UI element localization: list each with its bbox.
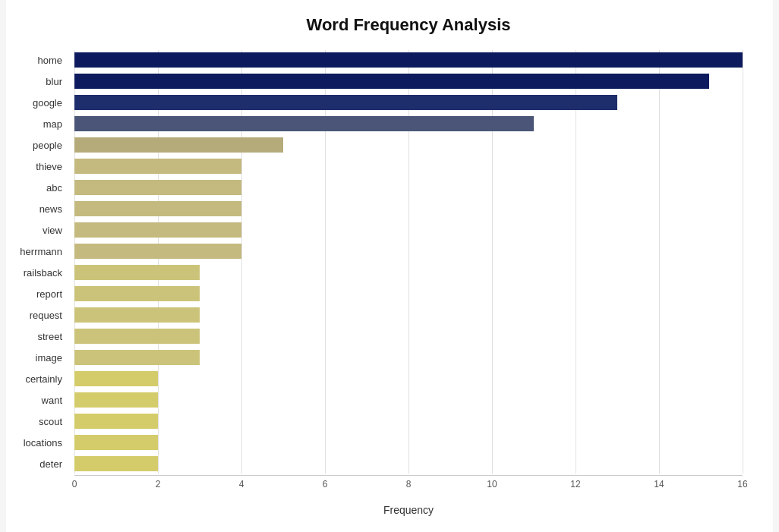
chart-title: Word Frequency Analysis bbox=[74, 15, 743, 35]
bar-row: request bbox=[74, 305, 743, 325]
x-tick: 16 bbox=[737, 479, 747, 490]
bar-row: people bbox=[74, 135, 743, 155]
bar-label: thieve bbox=[8, 161, 68, 172]
bar bbox=[74, 414, 158, 429]
bar-row: google bbox=[74, 93, 743, 112]
bar-label: certainly bbox=[8, 373, 68, 385]
x-tick: 6 bbox=[323, 479, 328, 490]
bar bbox=[74, 371, 158, 386]
bar-row: certainly bbox=[74, 369, 743, 389]
bar-row: report bbox=[74, 284, 743, 304]
bar bbox=[74, 74, 709, 89]
bar bbox=[74, 244, 241, 259]
bar-label: deter bbox=[8, 458, 68, 470]
bar bbox=[74, 137, 283, 153]
bar-label: want bbox=[8, 395, 68, 406]
bar-row: want bbox=[74, 390, 743, 410]
bar-row: thieve bbox=[74, 156, 743, 176]
bar-label: abc bbox=[8, 182, 68, 194]
bar bbox=[74, 307, 200, 323]
bar bbox=[74, 201, 241, 216]
bar-label: view bbox=[8, 225, 68, 236]
x-tick: 10 bbox=[487, 479, 497, 490]
bar-row: scout bbox=[74, 411, 743, 431]
bar-label: blur bbox=[8, 76, 68, 87]
bar-label: locations bbox=[8, 437, 68, 449]
x-tick: 2 bbox=[156, 479, 161, 490]
bar bbox=[74, 456, 158, 471]
x-tick: 12 bbox=[570, 479, 580, 490]
bar-row: deter bbox=[74, 454, 743, 474]
x-tick: 8 bbox=[406, 479, 412, 490]
bar bbox=[74, 286, 200, 301]
bar-label: request bbox=[8, 310, 68, 321]
chart-area: homeblurgooglemappeoplethieveabcnewsview… bbox=[74, 50, 743, 474]
bar-label: news bbox=[8, 203, 68, 215]
x-axis: 0246810121416 bbox=[74, 475, 743, 498]
bar-row: map bbox=[74, 114, 743, 134]
bar bbox=[74, 392, 158, 408]
bar-row: image bbox=[74, 348, 743, 367]
bar-label: report bbox=[8, 288, 68, 300]
bar-label: google bbox=[8, 97, 68, 109]
bar bbox=[74, 95, 617, 110]
bar-row: herrmann bbox=[74, 241, 743, 261]
bar-label: scout bbox=[8, 416, 68, 427]
x-axis-label: Frequency bbox=[74, 504, 743, 516]
x-tick: 0 bbox=[72, 479, 77, 490]
bar-label: street bbox=[8, 331, 68, 342]
bar-label: people bbox=[8, 140, 68, 151]
bar bbox=[74, 329, 200, 344]
bar-label: herrmann bbox=[8, 246, 68, 257]
bar bbox=[74, 159, 241, 174]
bar bbox=[74, 435, 158, 450]
bar-label: railsback bbox=[8, 267, 68, 279]
bar bbox=[74, 350, 200, 365]
bar bbox=[74, 52, 743, 68]
chart-container: Word Frequency Analysis homeblurgooglema… bbox=[6, 0, 773, 532]
bar-label: map bbox=[8, 118, 68, 130]
bar-row: railsback bbox=[74, 263, 743, 282]
x-tick: 4 bbox=[239, 479, 244, 490]
bar bbox=[74, 265, 200, 280]
bar-row: view bbox=[74, 220, 743, 240]
bar bbox=[74, 116, 534, 131]
x-tick: 14 bbox=[654, 479, 664, 490]
bar-row: home bbox=[74, 50, 743, 70]
bar-label: image bbox=[8, 352, 68, 364]
bar-row: blur bbox=[74, 71, 743, 91]
bar-row: news bbox=[74, 199, 743, 219]
bar-row: street bbox=[74, 326, 743, 346]
bar-row: abc bbox=[74, 178, 743, 197]
bar bbox=[74, 180, 241, 195]
bar bbox=[74, 222, 241, 238]
bar-row: locations bbox=[74, 433, 743, 452]
bar-label: home bbox=[8, 55, 68, 66]
